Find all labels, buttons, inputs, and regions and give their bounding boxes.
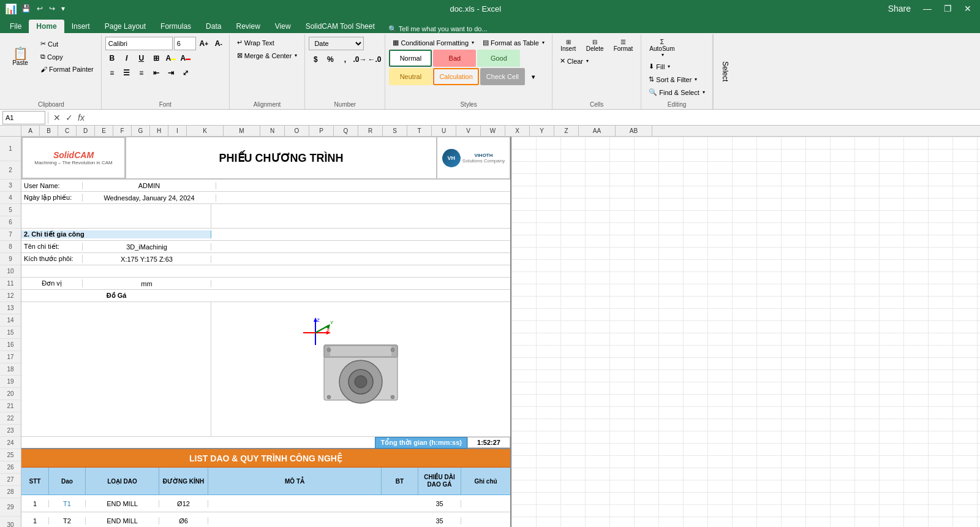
align-center-btn[interactable]: ☰ [120,66,134,80]
row-15[interactable]: 15 [0,327,21,339]
indent-left-btn[interactable]: ⇤ [149,66,163,80]
decimal-increase-btn[interactable]: .0→ [353,53,366,66]
row-26[interactable]: 26 [0,461,21,474]
currency-btn[interactable]: $ [309,53,322,66]
cut-btn[interactable]: ✂ Cut [37,38,62,50]
row-18[interactable]: 18 [0,363,21,376]
format-painter-btn[interactable]: 🖌 Format Painter [37,64,97,75]
row-14[interactable]: 14 [0,314,21,327]
wrap-text-btn[interactable]: ↵ Wrap Text [233,37,278,48]
border-btn[interactable]: ⊞ [149,51,163,65]
fill-color-btn[interactable]: A▬ [164,51,178,65]
font-size-input[interactable] [174,37,196,50]
row-10[interactable]: 10 [0,265,21,278]
align-left-btn[interactable]: ≡ [105,66,119,80]
formula-cancel-btn[interactable]: ✕ [51,113,63,123]
align-right-btn[interactable]: ≡ [135,66,148,80]
col-header-E[interactable]: E [95,126,113,136]
col-header-I[interactable]: I [168,126,187,136]
row-22[interactable]: 22 [0,412,21,425]
row-4[interactable]: 4 [0,192,21,204]
col-header-B[interactable]: B [40,126,58,136]
col-header-D[interactable]: D [77,126,95,136]
row-24[interactable]: 24 [0,437,21,449]
row-23[interactable]: 23 [0,425,21,437]
comma-btn[interactable]: , [338,53,352,66]
cell-reference-input[interactable] [2,111,45,124]
delete-cells-btn[interactable]: ⊟ Delete [582,37,608,54]
style-neutral[interactable]: Neutral [389,68,432,85]
bold-btn[interactable]: B [105,51,119,65]
row-17[interactable]: 17 [0,351,21,363]
paste-btn[interactable]: 📋 Paste [5,44,36,68]
style-bad[interactable]: Bad [433,50,476,67]
find-select-btn[interactable]: 🔍 Find & Select ▾ [645,86,708,98]
row-30[interactable]: 30 [0,517,21,527]
col-header-O[interactable]: O [285,126,309,136]
tab-solidcam[interactable]: SolidCAM Tool Sheet [298,20,382,33]
underline-btn[interactable]: U [135,51,148,65]
insert-cells-btn[interactable]: ⊞ Insert [556,37,581,54]
undo-btn[interactable]: ↩ [35,3,45,14]
conditional-formatting-btn[interactable]: ▦ Conditional Formatting ▾ [389,37,478,48]
formula-function-btn[interactable]: fx [75,113,87,123]
close-btn[interactable]: ✕ [960,2,975,15]
save-quick-btn[interactable]: 💾 [20,3,32,14]
col-header-T[interactable]: T [407,126,432,136]
row-1[interactable]: 1 [0,137,21,161]
number-format-select[interactable]: Date [309,37,364,50]
col-header-P[interactable]: P [309,126,334,136]
row-6[interactable]: 6 [0,216,21,229]
row-3[interactable]: 3 [0,180,21,192]
col-header-AA[interactable]: AA [579,126,616,136]
formula-confirm-btn[interactable]: ✓ [63,113,75,123]
col-header-AB[interactable]: AB [616,126,652,136]
sheet-area[interactable]: SolidCAM Machining – The Revolution in C… [21,137,980,527]
row-9[interactable]: 9 [0,253,21,265]
row-5[interactable]: 5 [0,204,21,216]
col-header-Q[interactable]: Q [334,126,358,136]
format-cells-btn[interactable]: ☰ Format [609,37,638,54]
sort-filter-btn[interactable]: ⇅ Sort & Filter ▾ [645,74,701,85]
tab-view[interactable]: View [268,20,298,33]
style-check-cell[interactable]: Check Cell [480,68,525,85]
col-header-Y[interactable]: Y [530,126,554,136]
row-28[interactable]: 28 [0,486,21,498]
fill-btn[interactable]: ⬇ Fill ▾ [645,61,674,72]
col-header-F[interactable]: F [113,126,132,136]
autosum-btn[interactable]: Σ AutoSum ▾ [645,37,679,59]
decimal-decrease-btn[interactable]: ←.0 [368,53,381,66]
percent-btn[interactable]: % [323,53,337,66]
row-7[interactable]: 7 [0,229,21,241]
row-20[interactable]: 20 [0,388,21,400]
font-name-input[interactable] [105,37,173,50]
row-11[interactable]: 11 [0,278,21,290]
col-header-W[interactable]: W [481,126,505,136]
redo-btn[interactable]: ↪ [47,3,57,14]
row-16[interactable]: 16 [0,339,21,351]
style-good[interactable]: Good [477,50,520,67]
styles-more-btn[interactable]: ▾ [526,70,540,83]
font-size-increase-btn[interactable]: A+ [197,37,211,50]
tab-file[interactable]: File [2,20,29,33]
row-27[interactable]: 27 [0,474,21,486]
tab-data[interactable]: Data [198,20,228,33]
col-header-G[interactable]: G [132,126,150,136]
col-header-M[interactable]: M [224,126,260,136]
row-8[interactable]: 8 [0,241,21,253]
tab-insert[interactable]: Insert [64,20,97,33]
row-13[interactable]: 13 [0,302,21,314]
minimize-btn[interactable]: — [919,2,935,15]
restore-btn[interactable]: ❐ [940,2,956,15]
row-29[interactable]: 29 [0,498,21,517]
col-header-X[interactable]: X [505,126,530,136]
copy-btn[interactable]: ⧉ Copy [37,51,67,63]
col-header-A[interactable]: A [21,126,40,136]
tab-review[interactable]: Review [228,20,267,33]
tool-1-dao[interactable]: T1 [49,500,86,507]
indent-right-btn[interactable]: ⇥ [164,66,178,80]
col-header-V[interactable]: V [456,126,481,136]
font-size-decrease-btn[interactable]: A- [212,37,225,50]
row-21[interactable]: 21 [0,400,21,412]
select-btn[interactable]: Select [716,53,734,90]
